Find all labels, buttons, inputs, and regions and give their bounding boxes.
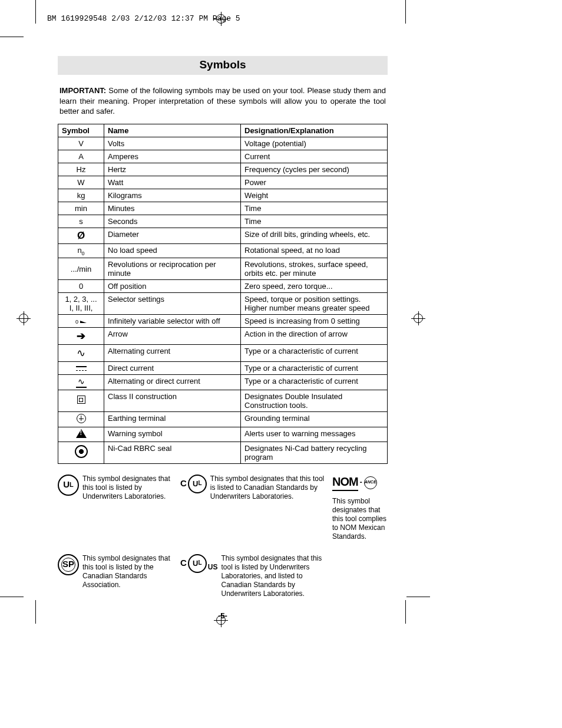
designation-cell: Type or a characteristic of current [241,362,388,375]
table-row: 0Infinitely variable selector with offSp… [58,315,388,328]
crop-mark [405,600,406,624]
name-cell: Direct current [104,362,241,375]
table-row: AAmperesCurrent [58,150,388,163]
col-name: Name [104,124,241,137]
symbol-cell [58,390,104,411]
table-row: n0No load speedRotational speed, at no l… [58,243,388,258]
name-cell: Watt [104,176,241,189]
crop-mark [406,597,430,597]
name-cell: Alternating current [104,345,241,362]
table-row: Direct currentType or a characteristic o… [58,362,388,375]
crop-mark [35,600,36,624]
table-row: Ni-Cad RBRC sealDesignates Ni-Cad batter… [58,442,388,463]
designation-cell: Action in the direction of arrow [241,328,388,345]
name-cell: Ni-Cad RBRC seal [104,442,241,463]
table-header-row: Symbol Name Designation/Explanation [58,124,388,137]
page-title: Symbols [58,56,388,75]
cert-text: This symbol designates that this tool is… [82,554,176,589]
symbol-cell: s [58,215,104,228]
cert-text: This symbol designates that this tool is… [210,475,328,501]
designation-cell: Revolutions, strokes, surface speed, orb… [241,258,388,280]
name-cell: Volts [104,137,241,150]
name-cell: Hertz [104,163,241,176]
table-row: WWattPower [58,176,388,189]
col-symbol: Symbol [58,124,104,137]
table-row: sSecondsTime [58,215,388,228]
designation-cell: Type or a characteristic of current [241,375,388,390]
crop-mark [35,0,36,24]
designation-cell: Designates Ni-Cad battery recycling prog… [241,442,388,463]
symbol-cell: 1, 2, 3, ...I, II, III, [58,293,104,315]
symbol-cell: 0 [58,315,104,328]
name-cell: Kilograms [104,189,241,202]
table-row: ∿Alternating or direct currentType or a … [58,375,388,390]
table-row: Warning symbolAlerts user to warning mes… [58,427,388,442]
page-number: -5- [58,611,388,620]
culus-icon: CULUS [180,554,218,573]
name-cell: Class II construction [104,390,241,411]
designation-cell: Frequency (cycles per second) [241,163,388,176]
table-row: kgKilogramsWeight [58,189,388,202]
print-slug: BM 1619929548 2/03 2/12/03 12:37 PM Page… [47,14,240,23]
col-designation: Designation/Explanation [241,124,388,137]
designation-cell: Power [241,176,388,189]
designation-cell: Speed, torque or position settings. High… [241,293,388,315]
name-cell: Minutes [104,202,241,215]
ul-icon: UL [58,475,79,496]
symbol-cell [58,442,104,463]
table-row: ∿Alternating currentType or a characteri… [58,345,388,362]
intro-text: Some of the following symbols may be use… [59,86,386,116]
table-row: HzHertzFrequency (cycles per second) [58,163,388,176]
name-cell: Selector settings [104,293,241,315]
symbol-cell [58,362,104,375]
symbols-table: Symbol Name Designation/Explanation VVol… [58,124,388,464]
name-cell: Infinitely variable selector with off [104,315,241,328]
table-row: ØDiameterSize of drill bits, grinding wh… [58,228,388,243]
designation-cell: Weight [241,189,388,202]
name-cell: Amperes [104,150,241,163]
name-cell: Arrow [104,328,241,345]
symbol-cell [58,427,104,442]
designation-cell: Speed is increasing from 0 setting [241,315,388,328]
crop-mark [0,37,24,37]
registration-mark-icon [411,311,425,325]
name-cell: Revolutions or reciprocation per minute [104,258,241,280]
symbol-cell: n0 [58,243,104,258]
symbol-cell: .../min [58,258,104,280]
certifications: UL This symbol designates that this tool… [58,475,388,598]
designation-cell: Alerts user to warning messages [241,427,388,442]
designation-cell: Type or a characteristic of current [241,345,388,362]
symbol-cell: kg [58,189,104,202]
table-row: minMinutesTime [58,202,388,215]
name-cell: No load speed [104,243,241,258]
cert-nom: NOM-ANCE This symbol designates that thi… [332,475,391,541]
name-cell: Alternating or direct current [104,375,241,390]
designation-cell: Rotational speed, at no load [241,243,388,258]
name-cell: Seconds [104,215,241,228]
name-cell: Off position [104,280,241,293]
table-row: Earthing terminalGrounding terminal [58,411,388,427]
designation-cell: Voltage (potential) [241,137,388,150]
symbol-cell [58,411,104,427]
intro-paragraph: IMPORTANT: Some of the following symbols… [59,85,386,117]
table-row: 1, 2, 3, ...I, II, III,Selector settings… [58,293,388,315]
cert-culus: CULUS This symbol designates that this t… [180,554,328,598]
crop-mark [0,597,24,597]
designation-cell: Size of drill bits, grinding wheels, etc… [241,228,388,243]
symbol-cell: Hz [58,163,104,176]
designation-cell: Zero speed, zero torque... [241,280,388,293]
symbol-cell: 0 [58,280,104,293]
symbol-cell: A [58,150,104,163]
table-row: 0Off positionZero speed, zero torque... [58,280,388,293]
designation-cell: Current [241,150,388,163]
designation-cell: Time [241,215,388,228]
symbol-cell: min [58,202,104,215]
registration-mark-icon [16,311,31,325]
name-cell: Earthing terminal [104,411,241,427]
cert-csa: SP This symbol designates that this tool… [58,554,176,598]
cul-icon: CUL [180,475,207,493]
symbol-cell: V [58,137,104,150]
symbol-cell: W [58,176,104,189]
cert-text: This symbol designates that this tool is… [82,475,176,501]
csa-icon: SP [58,554,79,575]
